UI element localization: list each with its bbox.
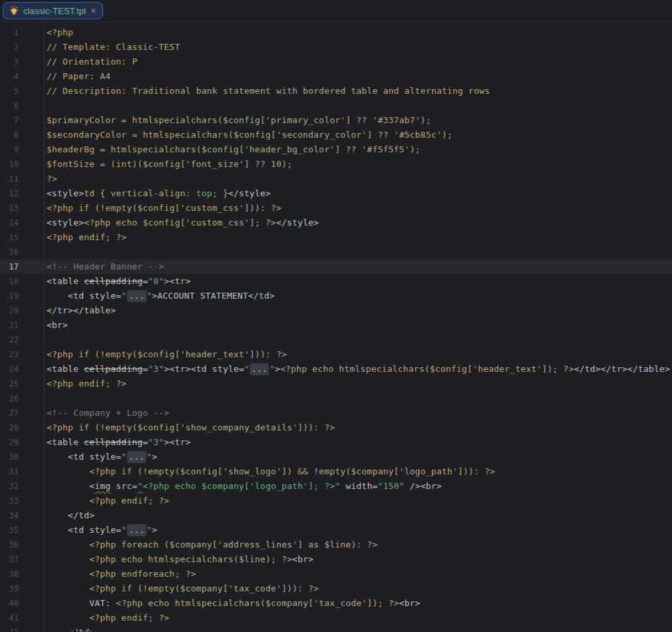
line-number[interactable]: 25 <box>0 377 44 391</box>
code-line-10[interactable]: 10$fontSize = (int)($config['font_size']… <box>0 157 672 172</box>
code-line-36[interactable]: 36 <?php foreach ($company['address_line… <box>0 538 672 552</box>
code-token: </td></tr></table> <box>574 364 670 374</box>
line-number[interactable]: 33 <box>0 494 44 508</box>
code-token: </style> <box>228 188 271 198</box>
code-line-3[interactable]: 3// Orientation: P <box>0 55 672 69</box>
code-line-39[interactable]: 39 <?php if (!empty($company['tax_code']… <box>0 581 672 596</box>
line-number[interactable]: 2 <box>0 40 44 55</box>
code-line-22[interactable]: 22 <box>0 333 672 347</box>
line-number[interactable]: 23 <box>0 347 44 362</box>
editor-tab-classic-test[interactable]: classic-TEST.tpl × <box>3 2 103 19</box>
code-line-30[interactable]: 30 <td style="..."> <box>0 450 672 464</box>
line-number[interactable]: 32 <box>0 479 44 494</box>
code-line-6[interactable]: 6 <box>0 98 672 113</box>
code-token: <?php echo htmlspecialchars($config['hea… <box>280 364 574 374</box>
tab-close-icon[interactable]: × <box>90 6 96 15</box>
line-number[interactable]: 30 <box>0 450 44 464</box>
code-line-18[interactable]: 18<table cellpadding="8"><tr> <box>0 274 672 289</box>
line-number[interactable]: 14 <box>0 216 44 230</box>
line-number[interactable]: 35 <box>0 523 44 538</box>
line-number[interactable]: 6 <box>0 98 44 113</box>
folded-code-region[interactable]: ... <box>127 451 146 463</box>
line-number[interactable]: 22 <box>0 333 44 347</box>
folded-code-region[interactable]: ... <box>127 290 146 302</box>
code-line-24[interactable]: 24<table cellpadding="3"><tr><td style="… <box>0 362 672 377</box>
line-number[interactable]: 42 <box>0 625 44 631</box>
code-token: <?php endif; ?> <box>47 379 126 389</box>
code-line-14[interactable]: 14<style><?php echo $config['custom_css'… <box>0 216 672 230</box>
line-number[interactable]: 4 <box>0 69 44 84</box>
line-number[interactable]: 29 <box>0 435 44 450</box>
line-number[interactable]: 12 <box>0 186 44 201</box>
line-number[interactable]: 13 <box>0 201 44 216</box>
code-line-16[interactable]: 16 <box>0 245 672 259</box>
code-line-13[interactable]: 13<?php if (!empty($config['custom_css']… <box>0 201 672 216</box>
line-number[interactable]: 1 <box>0 25 44 40</box>
code-token: = <box>142 364 148 374</box>
line-number[interactable]: 21 <box>0 318 44 333</box>
line-number[interactable]: 24 <box>0 362 44 377</box>
code-line-9[interactable]: 9$headerBg = htmlspecialchars($config['h… <box>0 142 672 157</box>
code-line-27[interactable]: 27<!-- Company + Logo --> <box>0 406 672 420</box>
code-line-41[interactable]: 41 <?php endif; ?> <box>0 611 672 625</box>
code-line-12[interactable]: 12<style>td { vertical-align: top; }</st… <box>0 186 672 201</box>
code-line-37[interactable]: 37 <?php echo htmlspecialchars($line); ?… <box>0 552 672 567</box>
code-line-7[interactable]: 7$primaryColor = htmlspecialchars($confi… <box>0 113 672 128</box>
line-number[interactable]: 11 <box>0 172 44 186</box>
line-number[interactable]: 8 <box>0 128 44 142</box>
code-token: = <box>142 437 148 447</box>
line-number[interactable]: 10 <box>0 157 44 172</box>
folded-code-region[interactable]: ... <box>250 363 269 375</box>
line-number[interactable]: 17 <box>0 259 44 274</box>
line-number[interactable]: 40 <box>0 596 44 611</box>
line-number[interactable]: 18 <box>0 274 44 289</box>
line-number[interactable]: 26 <box>0 391 44 406</box>
code-line-8[interactable]: 8$secondaryColor = htmlspecialchars($con… <box>0 128 672 142</box>
code-line-40[interactable]: 40 VAT: <?php echo htmlspecialchars($com… <box>0 596 672 611</box>
code-line-32[interactable]: 32 <img src="<?php echo $company['logo_p… <box>0 479 672 494</box>
code-line-26[interactable]: 26 <box>0 391 672 406</box>
folded-code-region[interactable]: ... <box>127 524 146 536</box>
code-line-28[interactable]: 28<?php if (!empty($config['show_company… <box>0 420 672 435</box>
code-line-15[interactable]: 15<?php endif; ?> <box>0 230 672 245</box>
code-line-4[interactable]: 4// Paper: A4 <box>0 69 672 84</box>
code-text <box>44 391 47 406</box>
code-line-33[interactable]: 33 <?php endif; ?> <box>0 494 672 508</box>
line-number[interactable]: 16 <box>0 245 44 259</box>
line-number[interactable]: 39 <box>0 581 44 596</box>
code-line-19[interactable]: 19 <td style="...">ACCOUNT STATEMENT</td… <box>0 289 672 303</box>
code-line-1[interactable]: 1<?php <box>0 25 672 40</box>
line-number[interactable]: 37 <box>0 552 44 567</box>
code-area[interactable]: 1<?php2// Template: Classic-TEST3// Orie… <box>0 22 672 631</box>
line-number[interactable]: 5 <box>0 84 44 98</box>
code-line-35[interactable]: 35 <td style="..."> <box>0 523 672 538</box>
line-number[interactable]: 41 <box>0 611 44 625</box>
code-line-31[interactable]: 31 <?php if (!empty($config['show_logo']… <box>0 464 672 479</box>
code-line-17[interactable]: 17<!-- Header Banner --> <box>0 259 672 274</box>
code-line-38[interactable]: 38 <?php endforeach; ?> <box>0 567 672 581</box>
code-line-11[interactable]: 11?> <box>0 172 672 186</box>
line-number[interactable]: 15 <box>0 230 44 245</box>
line-number[interactable]: 31 <box>0 464 44 479</box>
line-number[interactable]: 3 <box>0 55 44 69</box>
code-line-23[interactable]: 23<?php if (!empty($config['header_text'… <box>0 347 672 362</box>
code-line-34[interactable]: 34 </td> <box>0 508 672 523</box>
code-line-25[interactable]: 25<?php endif; ?> <box>0 377 672 391</box>
code-token: <?php if (!empty($config['header_text'])… <box>47 349 287 359</box>
code-line-42[interactable]: 42 </td> <box>0 625 672 631</box>
line-number[interactable]: 27 <box>0 406 44 420</box>
code-line-21[interactable]: 21<br> <box>0 318 672 333</box>
code-editor[interactable]: 1<?php2// Template: Classic-TEST3// Orie… <box>0 22 672 631</box>
line-number[interactable]: 19 <box>0 289 44 303</box>
code-line-20[interactable]: 20</tr></table> <box>0 303 672 318</box>
code-line-5[interactable]: 5// Description: Traditional bank statem… <box>0 84 672 98</box>
line-number[interactable]: 38 <box>0 567 44 581</box>
code-line-2[interactable]: 2// Template: Classic-TEST <box>0 40 672 55</box>
code-line-29[interactable]: 29<table cellpadding="3"><tr> <box>0 435 672 450</box>
line-number[interactable]: 36 <box>0 538 44 552</box>
line-number[interactable]: 7 <box>0 113 44 128</box>
line-number[interactable]: 20 <box>0 303 44 318</box>
line-number[interactable]: 9 <box>0 142 44 157</box>
line-number[interactable]: 28 <box>0 420 44 435</box>
line-number[interactable]: 34 <box>0 508 44 523</box>
